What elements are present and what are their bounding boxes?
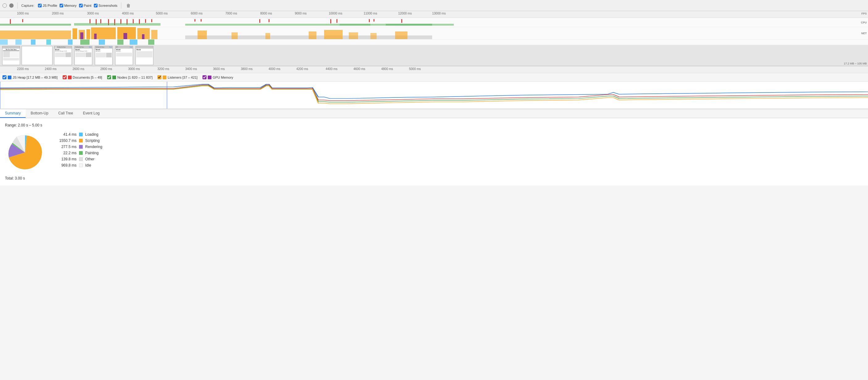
- memory-legend: JS Heap [17.2 MB – 49.3 MB] Documents [5…: [0, 73, 868, 82]
- stop-button[interactable]: [9, 3, 13, 8]
- dtick-4800: 4800 ms: [381, 67, 393, 71]
- legend-js-heap-label: JS Heap [17.2 MB – 49.3 MB]: [13, 76, 58, 79]
- summary-content: Range: 2.00 s – 5.00 s: [0, 118, 868, 185]
- paint-checkbox[interactable]: Paint: [79, 4, 91, 7]
- scripting-color: [79, 139, 83, 142]
- bottom-panel: Summary Bottom-Up Call Tree Event Log Ra…: [0, 109, 868, 185]
- screenshot-world-5: World: [135, 46, 153, 65]
- toolbar: Capture: JS Profile Memory Paint Screens…: [0, 0, 868, 11]
- screenshots-row: The New York Times The New York Times Wo…: [0, 45, 868, 66]
- screenshots-checkbox[interactable]: Screenshots: [94, 4, 117, 7]
- js-profile-label: JS Profile: [42, 4, 57, 7]
- idle-label: Idle: [85, 163, 91, 168]
- other-label: Other: [85, 157, 94, 161]
- dtick-2800: 2800 ms: [100, 67, 112, 71]
- legend-listeners: Listeners [37 – 421]: [157, 75, 197, 79]
- toolbar-separator-2: [121, 2, 121, 9]
- dtick-4600: 4600 ms: [353, 67, 365, 71]
- legend-listeners-checkbox[interactable]: [157, 75, 161, 79]
- legend-gpu-checkbox[interactable]: [203, 75, 207, 79]
- memory-svg: [0, 82, 868, 109]
- legend-idle: 969.8 ms Idle: [55, 163, 102, 168]
- legend-other: 139.8 ms Other: [55, 157, 102, 161]
- tick-9000: 9000 ms: [295, 12, 307, 15]
- tick-8000: 8000 ms: [260, 12, 272, 15]
- dtick-2600: 2600 ms: [72, 67, 84, 71]
- fps-row: CPU: [0, 18, 868, 27]
- dtick-2200: 2200 ms: [17, 67, 29, 71]
- toolbar-separator: [17, 2, 18, 9]
- tick-7000: 7000 ms: [225, 12, 237, 15]
- scripting-label: Scripting: [85, 138, 100, 143]
- timeline-overview[interactable]: 1000 ms 2000 ms 3000 ms 4000 ms 5000 ms …: [0, 11, 868, 66]
- tick-4000: 4000 ms: [122, 12, 134, 15]
- summary-chart-area: 41.4 ms Loading 1550.7 ms Scripting 277.…: [5, 132, 863, 172]
- other-color: [79, 157, 83, 161]
- screenshot-nyt: The New York Times: [2, 46, 20, 65]
- net-row: [0, 39, 868, 45]
- screenshot-world-2: The New York Times World World Web Beset…: [74, 46, 92, 65]
- legend-gpu-label: GPU Memory: [213, 76, 234, 79]
- idle-value: 969.8 ms: [55, 163, 76, 168]
- capture-label: Capture:: [21, 4, 34, 7]
- legend-nodes-checkbox[interactable]: [107, 75, 111, 79]
- painting-value: 22.2 ms: [55, 151, 76, 155]
- record-button[interactable]: [2, 3, 7, 8]
- dtick-3600: 3600 ms: [213, 67, 225, 71]
- fps-label: FPS: [861, 12, 867, 15]
- pie-chart: [5, 132, 45, 172]
- tick-2000: 2000 ms: [52, 12, 64, 15]
- detail-ruler: 2200 ms 2400 ms 2600 ms 2800 ms 3000 ms …: [0, 66, 868, 73]
- legend-documents: Documents [5 – 49]: [63, 75, 102, 79]
- memory-chart: [0, 82, 868, 109]
- paint-label: Paint: [84, 4, 91, 7]
- range-text: Range: 2.00 s – 5.00 s: [5, 123, 863, 127]
- dtick-3400: 3400 ms: [185, 67, 197, 71]
- screenshot-world-4: NYT World World Web Beset...: [115, 46, 133, 65]
- pie-chart-container: [5, 132, 45, 172]
- memory-checkbox[interactable]: Memory: [60, 4, 76, 7]
- screenshot-blank: [22, 46, 53, 65]
- scripting-value: 1550.7 ms: [55, 138, 76, 143]
- legend-docs-checkbox[interactable]: [63, 75, 67, 79]
- clear-button[interactable]: 🗑: [126, 3, 130, 8]
- dtick-4200: 4200 ms: [296, 67, 308, 71]
- screenshots-label: Screenshots: [98, 4, 117, 7]
- pie-legend: 41.4 ms Loading 1550.7 ms Scripting 277.…: [55, 132, 102, 168]
- dtick-2400: 2400 ms: [45, 67, 57, 71]
- legend-nodes: Nodes [1 820 – 11 837]: [107, 75, 153, 79]
- tabs-bar: Summary Bottom-Up Call Tree Event Log: [0, 109, 868, 118]
- painting-color: [79, 151, 83, 155]
- dtick-5000: 5000 ms: [409, 67, 421, 71]
- screenshot-world-1: The New York Times World Web Beset Manag…: [54, 46, 72, 65]
- tab-bottom-up[interactable]: Bottom-Up: [26, 109, 53, 118]
- net-label: NET: [861, 32, 867, 35]
- tick-3000: 3000 ms: [87, 12, 99, 15]
- legend-gpu: GPU Memory: [203, 75, 234, 79]
- rendering-label: Rendering: [85, 145, 102, 149]
- painting-label: Painting: [85, 151, 98, 155]
- tab-call-tree[interactable]: Call Tree: [53, 109, 78, 118]
- screenshot-world-3: The New York Times World World Web Beset…: [95, 46, 113, 65]
- legend-nodes-label: Nodes [1 820 – 11 837]: [117, 76, 153, 79]
- tab-event-log[interactable]: Event Log: [78, 109, 105, 118]
- overview-ruler: 1000 ms 2000 ms 3000 ms 4000 ms 5000 ms …: [0, 11, 868, 18]
- dtick-3200: 3200 ms: [157, 67, 169, 71]
- legend-listeners-label: Listeners [37 – 421]: [167, 76, 197, 79]
- dtick-4000: 4000 ms: [269, 67, 280, 71]
- js-profile-checkbox[interactable]: JS Profile: [38, 4, 57, 7]
- legend-docs-label: Documents [5 – 49]: [73, 76, 102, 79]
- legend-js-heap-checkbox[interactable]: [2, 75, 6, 79]
- cpu-label: CPU: [861, 21, 867, 24]
- legend-js-heap: JS Heap [17.2 MB – 49.3 MB]: [2, 75, 58, 79]
- idle-color: [79, 164, 83, 167]
- tick-11000: 11000 ms: [364, 12, 377, 15]
- tick-13000: 13000 ms: [432, 12, 446, 15]
- legend-painting: 22.2 ms Painting: [55, 151, 102, 155]
- tick-1000: 1000 ms: [17, 12, 29, 15]
- legend-loading: 41.4 ms Loading: [55, 132, 102, 137]
- loading-color: [79, 133, 83, 136]
- rendering-value: 277.5 ms: [55, 145, 76, 149]
- tab-summary[interactable]: Summary: [0, 109, 26, 118]
- total-text: Total: 3.00 s: [5, 176, 863, 180]
